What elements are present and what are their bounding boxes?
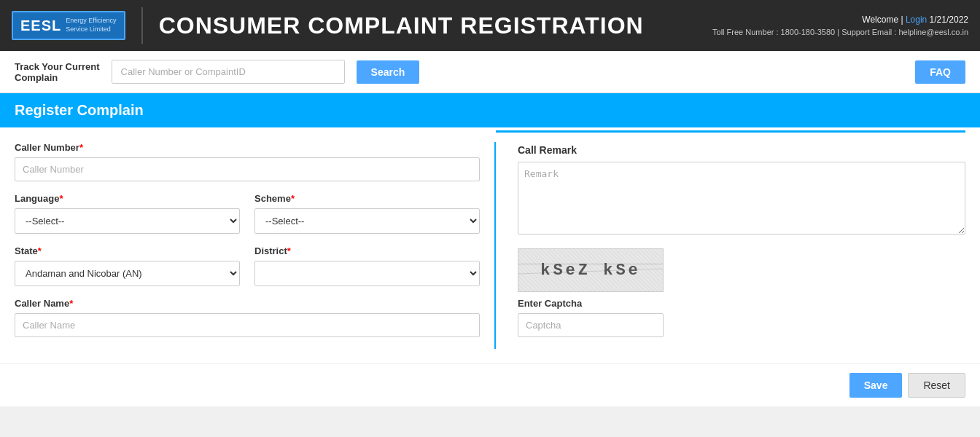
caller-name-group: Caller Name* — [15, 298, 480, 337]
save-button[interactable]: Save — [849, 373, 903, 398]
call-remark-label: Call Remark — [518, 144, 965, 156]
form-right: Call Remark kSeZ kSe Enter Captcha — [496, 130, 965, 349]
caller-number-label: Caller Number* — [15, 142, 480, 153]
header-divider — [141, 7, 143, 44]
login-link[interactable]: Login — [906, 15, 927, 25]
reset-button[interactable]: Reset — [908, 373, 965, 398]
form-left: Caller Number* Language* --Select-- Hind… — [15, 142, 496, 349]
welcome-line: Welcome | Login 1/21/2022 — [712, 15, 968, 25]
header-right: Welcome | Login 1/21/2022 Toll Free Numb… — [712, 15, 968, 36]
enter-captcha-label: Enter Captcha — [518, 298, 965, 309]
language-select[interactable]: --Select-- Hindi English Bengali Telugu — [15, 208, 240, 234]
bottom-buttons: Save Reset — [0, 363, 980, 406]
district-label: District* — [254, 245, 480, 256]
logo-box: EESL Energy Efficiency Service Limited — [12, 11, 125, 39]
captcha-image: kSeZ kSe — [518, 248, 664, 292]
form-container: Caller Number* Language* --Select-- Hind… — [0, 127, 980, 363]
caller-name-input[interactable] — [15, 313, 480, 337]
search-button[interactable]: Search — [357, 60, 420, 84]
logo-subtitle: Energy Efficiency Service Limited — [66, 17, 116, 34]
caller-number-input[interactable] — [15, 157, 480, 181]
toll-free-info: Toll Free Number : 1800-180-3580 | Suppo… — [712, 28, 968, 36]
scheme-select[interactable]: --Select-- UJALA SLNP AHAAN — [254, 208, 480, 234]
state-select[interactable]: Andaman and Nicobar (AN) Andhra Pradesh … — [15, 261, 240, 286]
caller-name-label: Caller Name* — [15, 298, 480, 309]
language-label: Language* — [15, 193, 240, 204]
logo-text: EESL — [20, 17, 61, 34]
scheme-group: Scheme* --Select-- UJALA SLNP AHAAN — [254, 193, 480, 234]
header-title: CONSUMER COMPLAINT REGISTRATION — [159, 12, 644, 39]
caller-number-group: Caller Number* — [15, 142, 480, 181]
scheme-label: Scheme* — [254, 193, 480, 204]
track-bar: Track Your Current Complain Search FAQ — [0, 51, 980, 93]
language-scheme-row: Language* --Select-- Hindi English Benga… — [15, 193, 480, 245]
captcha-input[interactable] — [518, 313, 664, 337]
state-group: State* Andaman and Nicobar (AN) Andhra P… — [15, 245, 240, 286]
faq-button[interactable]: FAQ — [915, 60, 965, 84]
district-group: District* — [254, 245, 480, 286]
language-group: Language* --Select-- Hindi English Benga… — [15, 193, 240, 234]
state-district-row: State* Andaman and Nicobar (AN) Andhra P… — [15, 245, 480, 298]
track-input[interactable] — [112, 60, 345, 84]
register-section-header: Register Complain — [0, 93, 980, 127]
track-label: Track Your Current Complain — [15, 61, 100, 83]
state-label: State* — [15, 245, 240, 256]
district-select[interactable] — [254, 261, 480, 286]
remark-textarea[interactable] — [518, 162, 965, 235]
header-left: EESL Energy Efficiency Service Limited C… — [12, 7, 644, 44]
page-header: EESL Energy Efficiency Service Limited C… — [0, 0, 980, 51]
